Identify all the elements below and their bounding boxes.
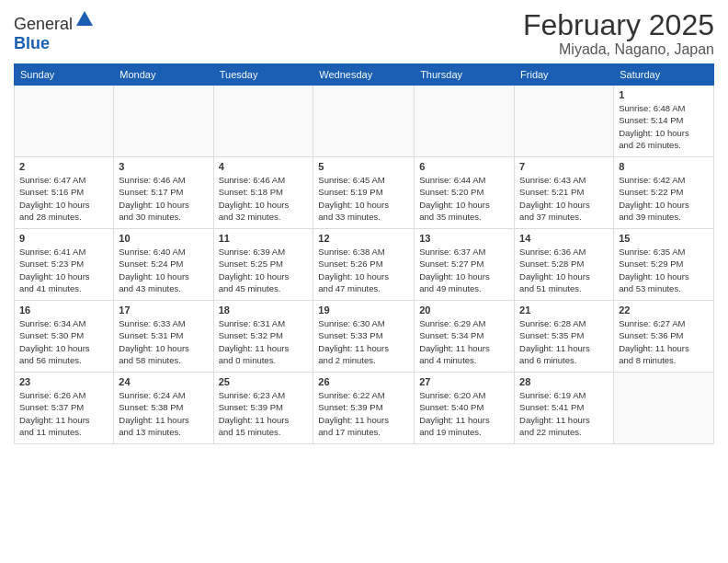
day-number: 6 <box>419 161 509 172</box>
day-info: Sunrise: 6:23 AM Sunset: 5:39 PM Dayligh… <box>219 389 309 438</box>
calendar-day-cell: 5Sunrise: 6:45 AM Sunset: 5:19 PM Daylig… <box>313 157 415 229</box>
weekday-header: Saturday <box>614 64 714 86</box>
calendar-day-cell: 23Sunrise: 6:26 AM Sunset: 5:37 PM Dayli… <box>15 373 114 444</box>
calendar-day-cell: 6Sunrise: 6:44 AM Sunset: 5:20 PM Daylig… <box>415 157 515 229</box>
day-info: Sunrise: 6:40 AM Sunset: 5:24 PM Dayligh… <box>119 246 208 294</box>
calendar-day-cell: 8Sunrise: 6:42 AM Sunset: 5:22 PM Daylig… <box>614 157 714 229</box>
calendar-day-cell <box>15 86 114 157</box>
day-number: 4 <box>219 161 309 172</box>
day-info: Sunrise: 6:22 AM Sunset: 5:39 PM Dayligh… <box>318 389 409 438</box>
calendar-day-cell: 19Sunrise: 6:30 AM Sunset: 5:33 PM Dayli… <box>313 301 415 373</box>
calendar-day-cell: 2Sunrise: 6:47 AM Sunset: 5:16 PM Daylig… <box>15 157 114 229</box>
day-info: Sunrise: 6:37 AM Sunset: 5:27 PM Dayligh… <box>419 246 509 294</box>
day-number: 25 <box>219 376 309 387</box>
day-number: 13 <box>419 233 509 244</box>
day-number: 7 <box>519 161 609 172</box>
day-info: Sunrise: 6:35 AM Sunset: 5:29 PM Dayligh… <box>619 246 709 294</box>
day-number: 1 <box>619 89 709 100</box>
calendar-week-row: 1Sunrise: 6:48 AM Sunset: 5:14 PM Daylig… <box>15 86 714 157</box>
day-number: 23 <box>19 376 108 387</box>
day-number: 12 <box>318 233 409 244</box>
day-info: Sunrise: 6:27 AM Sunset: 5:36 PM Dayligh… <box>619 317 709 366</box>
calendar-day-cell: 17Sunrise: 6:33 AM Sunset: 5:31 PM Dayli… <box>114 301 213 373</box>
day-info: Sunrise: 6:46 AM Sunset: 5:18 PM Dayligh… <box>219 174 309 223</box>
day-number: 18 <box>219 304 309 316</box>
calendar-day-cell: 25Sunrise: 6:23 AM Sunset: 5:39 PM Dayli… <box>213 373 313 444</box>
calendar-day-cell: 3Sunrise: 6:46 AM Sunset: 5:17 PM Daylig… <box>114 157 213 229</box>
weekday-header: Friday <box>515 64 614 86</box>
day-info: Sunrise: 6:41 AM Sunset: 5:23 PM Dayligh… <box>19 246 108 294</box>
day-info: Sunrise: 6:24 AM Sunset: 5:38 PM Dayligh… <box>119 389 208 438</box>
svg-marker-0 <box>76 11 93 26</box>
calendar-day-cell: 27Sunrise: 6:20 AM Sunset: 5:40 PM Dayli… <box>415 373 515 444</box>
day-number: 2 <box>19 161 108 172</box>
location-title: Miyada, Nagano, Japan <box>523 41 714 58</box>
calendar-day-cell <box>313 86 415 157</box>
calendar-day-cell: 13Sunrise: 6:37 AM Sunset: 5:27 PM Dayli… <box>415 229 515 301</box>
day-number: 14 <box>519 233 609 244</box>
calendar-day-cell: 28Sunrise: 6:19 AM Sunset: 5:41 PM Dayli… <box>515 373 614 444</box>
calendar-day-cell: 1Sunrise: 6:48 AM Sunset: 5:14 PM Daylig… <box>614 86 714 157</box>
month-title: February 2025 <box>523 9 714 41</box>
calendar-table: SundayMondayTuesdayWednesdayThursdayFrid… <box>14 63 714 444</box>
calendar-day-cell: 24Sunrise: 6:24 AM Sunset: 5:38 PM Dayli… <box>114 373 213 444</box>
day-info: Sunrise: 6:48 AM Sunset: 5:14 PM Dayligh… <box>619 102 709 151</box>
day-info: Sunrise: 6:45 AM Sunset: 5:19 PM Dayligh… <box>318 174 409 223</box>
day-number: 28 <box>519 376 609 387</box>
weekday-header: Wednesday <box>313 64 415 86</box>
weekday-header: Thursday <box>415 64 515 86</box>
header: General Blue February 2025 Miyada, Nagan… <box>14 9 714 58</box>
day-number: 8 <box>619 161 709 172</box>
calendar-day-cell: 7Sunrise: 6:43 AM Sunset: 5:21 PM Daylig… <box>515 157 614 229</box>
calendar-day-cell: 11Sunrise: 6:39 AM Sunset: 5:25 PM Dayli… <box>213 229 313 301</box>
day-info: Sunrise: 6:19 AM Sunset: 5:41 PM Dayligh… <box>519 389 609 438</box>
day-info: Sunrise: 6:26 AM Sunset: 5:37 PM Dayligh… <box>19 389 108 438</box>
calendar-day-cell: 16Sunrise: 6:34 AM Sunset: 5:30 PM Dayli… <box>15 301 114 373</box>
day-number: 26 <box>318 376 409 387</box>
calendar-day-cell: 12Sunrise: 6:38 AM Sunset: 5:26 PM Dayli… <box>313 229 415 301</box>
calendar-week-row: 23Sunrise: 6:26 AM Sunset: 5:37 PM Dayli… <box>15 373 714 444</box>
calendar-day-cell <box>114 86 213 157</box>
calendar-week-row: 9Sunrise: 6:41 AM Sunset: 5:23 PM Daylig… <box>15 229 714 301</box>
calendar-day-cell: 4Sunrise: 6:46 AM Sunset: 5:18 PM Daylig… <box>213 157 313 229</box>
day-number: 19 <box>318 304 409 316</box>
day-info: Sunrise: 6:44 AM Sunset: 5:20 PM Dayligh… <box>419 174 509 223</box>
weekday-header: Sunday <box>15 64 114 86</box>
calendar-day-cell: 14Sunrise: 6:36 AM Sunset: 5:28 PM Dayli… <box>515 229 614 301</box>
day-info: Sunrise: 6:43 AM Sunset: 5:21 PM Dayligh… <box>519 174 609 223</box>
weekday-header: Tuesday <box>213 64 313 86</box>
day-info: Sunrise: 6:38 AM Sunset: 5:26 PM Dayligh… <box>318 246 409 294</box>
calendar-day-cell <box>415 86 515 157</box>
calendar-day-cell: 9Sunrise: 6:41 AM Sunset: 5:23 PM Daylig… <box>15 229 114 301</box>
calendar-day-cell: 10Sunrise: 6:40 AM Sunset: 5:24 PM Dayli… <box>114 229 213 301</box>
calendar-day-cell: 26Sunrise: 6:22 AM Sunset: 5:39 PM Dayli… <box>313 373 415 444</box>
calendar-day-cell: 18Sunrise: 6:31 AM Sunset: 5:32 PM Dayli… <box>213 301 313 373</box>
day-number: 17 <box>119 304 208 316</box>
calendar-day-cell: 21Sunrise: 6:28 AM Sunset: 5:35 PM Dayli… <box>515 301 614 373</box>
day-number: 20 <box>419 304 509 316</box>
calendar-week-row: 16Sunrise: 6:34 AM Sunset: 5:30 PM Dayli… <box>15 301 714 373</box>
main-container: General Blue February 2025 Miyada, Nagan… <box>0 0 728 449</box>
day-info: Sunrise: 6:39 AM Sunset: 5:25 PM Dayligh… <box>219 246 309 294</box>
calendar-week-row: 2Sunrise: 6:47 AM Sunset: 5:16 PM Daylig… <box>15 157 714 229</box>
day-info: Sunrise: 6:36 AM Sunset: 5:28 PM Dayligh… <box>519 246 609 294</box>
calendar-day-cell <box>614 373 714 444</box>
title-block: February 2025 Miyada, Nagano, Japan <box>523 9 714 58</box>
day-info: Sunrise: 6:20 AM Sunset: 5:40 PM Dayligh… <box>419 389 509 438</box>
day-number: 21 <box>519 304 609 316</box>
day-info: Sunrise: 6:34 AM Sunset: 5:30 PM Dayligh… <box>19 317 108 366</box>
day-number: 11 <box>219 233 309 244</box>
day-info: Sunrise: 6:46 AM Sunset: 5:17 PM Dayligh… <box>119 174 208 223</box>
day-number: 5 <box>318 161 409 172</box>
calendar-day-cell <box>213 86 313 157</box>
day-number: 24 <box>119 376 208 387</box>
day-info: Sunrise: 6:33 AM Sunset: 5:31 PM Dayligh… <box>119 317 208 366</box>
logo: General Blue <box>14 9 95 53</box>
calendar-day-cell: 22Sunrise: 6:27 AM Sunset: 5:36 PM Dayli… <box>614 301 714 373</box>
day-number: 16 <box>19 304 108 316</box>
day-info: Sunrise: 6:30 AM Sunset: 5:33 PM Dayligh… <box>318 317 409 366</box>
calendar-day-cell: 20Sunrise: 6:29 AM Sunset: 5:34 PM Dayli… <box>415 301 515 373</box>
day-number: 22 <box>619 304 709 316</box>
logo-general: General <box>14 15 73 33</box>
calendar-day-cell: 15Sunrise: 6:35 AM Sunset: 5:29 PM Dayli… <box>614 229 714 301</box>
